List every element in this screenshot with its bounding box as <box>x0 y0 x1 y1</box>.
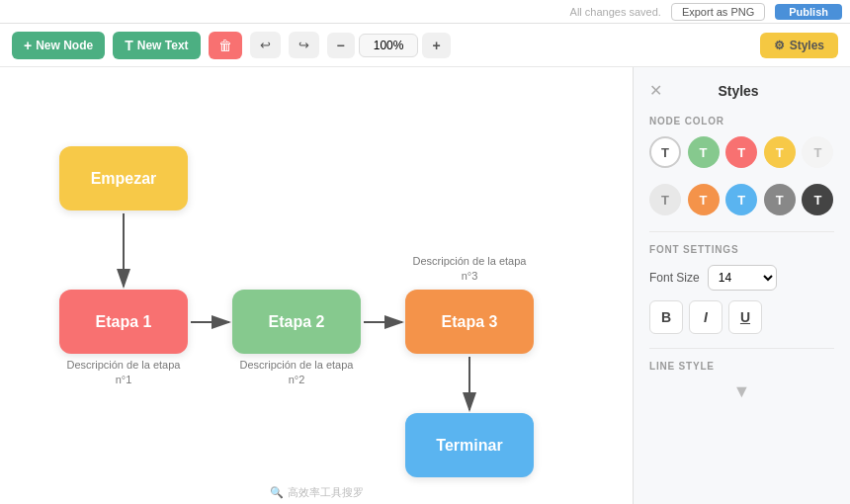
main-area: EmpezarEtapa 1Descripción de la etapa n°… <box>0 67 850 504</box>
zoom-control: − 100% + <box>327 33 451 58</box>
format-buttons: B I U <box>649 300 834 334</box>
zoom-level: 100% <box>359 34 419 57</box>
font-size-label: Font Size <box>649 271 700 285</box>
zoom-in-button[interactable]: + <box>422 33 450 58</box>
color-swatches-row2: TTTTT <box>649 184 834 215</box>
node-terminar[interactable]: Terminar <box>405 413 534 477</box>
node-etapa1[interactable]: Etapa 1 <box>59 290 188 354</box>
line-style-arrow: ▼ <box>649 381 834 402</box>
trash-icon: 🗑 <box>218 38 232 53</box>
node-desc-etapa1: Descripción de la etapa n°1 <box>59 358 188 388</box>
top-bar: All changes saved. Export as PNG Publish <box>0 0 850 24</box>
bold-button[interactable]: B <box>649 300 683 334</box>
color-swatch[interactable]: T <box>802 136 833 168</box>
export-png-button[interactable]: Export as PNG <box>671 3 765 21</box>
color-swatch[interactable]: T <box>725 184 757 215</box>
color-swatch[interactable]: T <box>649 184 681 215</box>
new-text-button[interactable]: T New Text <box>113 32 200 59</box>
redo-button[interactable]: ↪ <box>289 32 319 58</box>
color-swatch[interactable]: T <box>688 184 720 215</box>
watermark-icon: 🔍 <box>270 486 284 499</box>
autosave-status: All changes saved. <box>570 6 661 18</box>
color-swatch[interactable]: T <box>725 136 757 168</box>
plus-icon: + <box>24 38 32 53</box>
line-style-label: LINE STYLE <box>649 361 834 372</box>
zoom-out-button[interactable]: − <box>327 33 355 58</box>
watermark: 🔍 高效率工具搜罗 <box>270 485 364 500</box>
undo-icon: ↩ <box>260 38 271 52</box>
node-color-label: NODE COLOR <box>649 116 834 126</box>
color-swatches-row1: TTTTT <box>649 136 834 168</box>
redo-icon: ↪ <box>298 38 309 52</box>
node-desc-etapa3: Descripción de la etapa n°3 <box>405 254 534 285</box>
panel-header: ✕ Styles <box>649 81 834 100</box>
node-etapa3[interactable]: Etapa 3 <box>405 290 534 354</box>
panel-close-button[interactable]: ✕ <box>649 81 662 100</box>
canvas[interactable]: EmpezarEtapa 1Descripción de la etapa n°… <box>0 67 633 504</box>
italic-button[interactable]: I <box>689 300 722 334</box>
panel-title: Styles <box>662 83 814 99</box>
publish-button[interactable]: Publish <box>775 4 842 20</box>
gear-icon: ⚙ <box>774 39 785 52</box>
node-desc-etapa2: Descripción de la etapa n°2 <box>232 358 361 388</box>
color-swatch[interactable]: T <box>649 136 681 168</box>
underline-button[interactable]: U <box>728 300 762 334</box>
delete-button[interactable]: 🗑 <box>209 32 242 59</box>
color-swatch[interactable]: T <box>802 184 833 215</box>
node-empezar[interactable]: Empezar <box>59 146 188 210</box>
color-swatch[interactable]: T <box>764 184 796 215</box>
styles-button[interactable]: ⚙ Styles <box>760 33 838 58</box>
font-size-select[interactable]: 1412161820 <box>708 265 777 291</box>
new-node-button[interactable]: + New Node <box>12 32 105 59</box>
font-settings-label: FONT SETTINGS <box>649 244 834 255</box>
text-icon: T <box>125 38 133 53</box>
toolbar: + New Node T New Text 🗑 ↩ ↪ − 100% + ⚙ S… <box>0 24 850 67</box>
color-swatch[interactable]: T <box>764 136 796 168</box>
undo-button[interactable]: ↩ <box>250 32 281 58</box>
node-etapa2[interactable]: Etapa 2 <box>232 290 361 354</box>
font-size-row: Font Size 1412161820 <box>649 265 834 291</box>
color-swatch[interactable]: T <box>688 136 720 168</box>
styles-panel: ✕ Styles NODE COLOR TTTTT TTTTT FONT SET… <box>633 67 850 504</box>
